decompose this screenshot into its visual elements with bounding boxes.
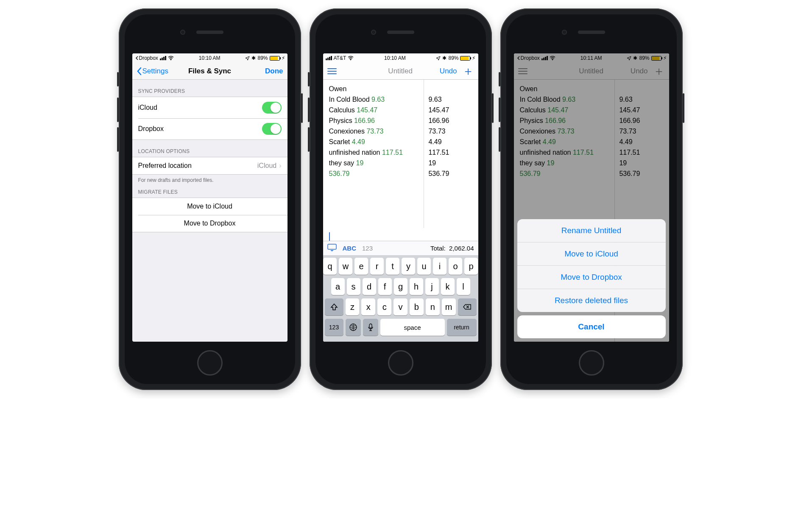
- result-value: 536.79: [428, 170, 474, 178]
- space-key[interactable]: space: [380, 319, 445, 336]
- sheet-action[interactable]: Move to Dropbox: [517, 265, 666, 289]
- key-u[interactable]: u: [417, 258, 431, 275]
- back-button[interactable]: Settings: [137, 67, 170, 75]
- documents-button[interactable]: [327, 68, 337, 74]
- location-icon: [245, 56, 250, 61]
- undo-button[interactable]: Undo: [440, 67, 457, 75]
- key-f[interactable]: f: [378, 278, 392, 295]
- total-label: Total:: [430, 245, 446, 252]
- key-b[interactable]: b: [410, 298, 424, 315]
- home-button[interactable]: [388, 350, 413, 376]
- new-doc-button[interactable]: ＋: [462, 67, 474, 75]
- key-w[interactable]: w: [339, 258, 352, 275]
- provider-dropbox-cell: Dropbox: [132, 118, 287, 139]
- document-editor[interactable]: Owen In Cold Blood 9.63Calculus 145.47Ph…: [323, 80, 478, 228]
- phone-frame: Dropbox 10:11 AM ✱ 89% ⚡︎ Unt: [500, 8, 683, 390]
- home-button[interactable]: [579, 350, 604, 376]
- nav-title: Files & Sync: [188, 67, 231, 75]
- battery-icon: [460, 56, 470, 61]
- signal-icon: [326, 56, 332, 60]
- key-z[interactable]: z: [346, 298, 360, 315]
- charging-icon: ⚡︎: [282, 55, 285, 61]
- numbers-key[interactable]: 123: [325, 319, 343, 336]
- chevron-right-icon: ›: [279, 162, 281, 170]
- doc-line: 536.79: [329, 170, 420, 178]
- return-key[interactable]: return: [447, 319, 477, 336]
- preferred-location-cell[interactable]: Preferred location iCloud ›: [132, 157, 287, 174]
- doc-line: Physics 166.96: [329, 117, 420, 125]
- back-to-app[interactable]: Dropbox: [135, 55, 158, 61]
- status-time: 10:10 AM: [199, 55, 220, 61]
- shift-key[interactable]: [325, 298, 343, 315]
- key-y[interactable]: y: [402, 258, 415, 275]
- icloud-toggle[interactable]: [262, 102, 282, 114]
- keyboard-dismiss-icon[interactable]: [327, 244, 337, 253]
- total-value: 2,062.04: [449, 245, 474, 252]
- doc-line: Conexiones 73.73: [329, 128, 420, 135]
- status-bar: Dropbox 10:10 AM ✱ 89% ⚡︎: [132, 53, 287, 63]
- key-a[interactable]: a: [331, 278, 345, 295]
- result-value: 4.49: [428, 138, 474, 146]
- section-header-sync: SYNC PROVIDERS: [132, 80, 287, 97]
- key-s[interactable]: s: [347, 278, 360, 295]
- backspace-key[interactable]: [458, 298, 477, 315]
- doc-line: Scarlet 4.49: [329, 138, 420, 146]
- abc-tab[interactable]: ABC: [343, 245, 357, 252]
- move-to-dropbox-button[interactable]: Move to Dropbox: [132, 215, 287, 232]
- doc-line: Calculus 145.47: [329, 106, 420, 114]
- battery-pct: 89%: [448, 55, 458, 61]
- result-value: 145.47: [428, 106, 474, 114]
- key-q[interactable]: q: [323, 258, 337, 275]
- key-p[interactable]: p: [464, 258, 478, 275]
- move-to-icloud-button[interactable]: Move to iCloud: [132, 198, 287, 215]
- wifi-icon: [348, 56, 354, 61]
- sheet-action[interactable]: Rename Untitled: [517, 219, 666, 242]
- dictation-key[interactable]: [363, 319, 378, 336]
- bluetooth-icon: ✱: [442, 55, 447, 61]
- key-l[interactable]: l: [457, 278, 470, 295]
- provider-label: Dropbox: [138, 125, 164, 133]
- svg-point-0: [170, 59, 171, 60]
- nav-bar: Settings Files & Sync Done: [132, 63, 287, 80]
- 123-tab[interactable]: 123: [362, 245, 373, 252]
- done-button[interactable]: Done: [249, 67, 283, 75]
- key-g[interactable]: g: [394, 278, 407, 295]
- key-h[interactable]: h: [410, 278, 423, 295]
- result-value: 19: [428, 159, 474, 167]
- key-t[interactable]: t: [386, 258, 399, 275]
- battery-pct: 89%: [257, 55, 268, 61]
- result-value: 9.63: [428, 96, 474, 103]
- home-button[interactable]: [197, 350, 223, 376]
- status-bar: AT&T 10:10 AM ✱ 89% ⚡︎: [323, 53, 478, 63]
- cancel-button[interactable]: Cancel: [517, 315, 666, 338]
- section-header-location: LOCATION OPTIONS: [132, 140, 287, 157]
- key-m[interactable]: m: [442, 298, 456, 315]
- phone-frame: Dropbox 10:10 AM ✱ 89% ⚡︎ Settings: [119, 8, 301, 390]
- result-value: [428, 85, 474, 93]
- wifi-icon: [168, 56, 174, 61]
- key-r[interactable]: r: [370, 258, 384, 275]
- nav-bar: Untitled Undo ＋: [323, 63, 478, 80]
- key-x[interactable]: x: [361, 298, 375, 315]
- section-footer-location: For new drafts and imported files.: [132, 175, 287, 185]
- key-j[interactable]: j: [425, 278, 439, 295]
- key-k[interactable]: k: [441, 278, 455, 295]
- globe-key[interactable]: [346, 319, 361, 336]
- pref-loc-value: iCloud: [257, 162, 276, 170]
- key-c[interactable]: c: [377, 298, 391, 315]
- sheet-action[interactable]: Move to iCloud: [517, 242, 666, 265]
- carrier-label: AT&T: [334, 55, 346, 61]
- sheet-action[interactable]: Restore deleted files: [517, 289, 666, 312]
- key-d[interactable]: d: [363, 278, 376, 295]
- dropbox-toggle[interactable]: [262, 123, 282, 135]
- keyboard: qwertyuiop asdfghjkl zxcvbnm 123 space r…: [323, 255, 478, 342]
- key-e[interactable]: e: [354, 258, 368, 275]
- key-i[interactable]: i: [433, 258, 447, 275]
- key-n[interactable]: n: [426, 298, 440, 315]
- phone-frame: AT&T 10:10 AM ✱ 89% ⚡︎ Untitled: [310, 8, 492, 390]
- doc-title[interactable]: Untitled: [388, 67, 413, 75]
- key-o[interactable]: o: [449, 258, 462, 275]
- result-value: 73.73: [428, 128, 474, 135]
- svg-rect-2: [328, 244, 336, 249]
- key-v[interactable]: v: [394, 298, 407, 315]
